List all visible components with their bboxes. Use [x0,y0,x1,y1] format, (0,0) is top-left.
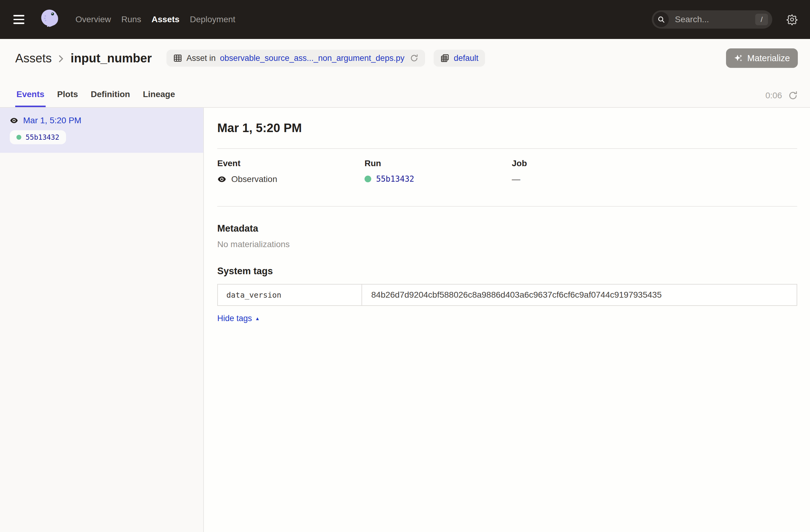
hide-tags-label: Hide tags [217,314,252,323]
event-list-item[interactable]: Mar 1, 5:20 PM 55b13432 [0,108,203,153]
page-header: Assets input_number Asset in observable_… [0,39,810,77]
repo-default-link[interactable]: default [454,53,478,63]
tabs-bar: Events Plots Definition Lineage 0:06 [0,77,810,108]
event-timestamp-link[interactable]: Mar 1, 5:20 PM [23,116,81,125]
hide-tags-link[interactable]: Hide tags ▲ [217,314,260,323]
event-type-value: Observation [231,174,277,184]
run-column: Run 55b13432 [364,159,512,184]
tabs: Events Plots Definition Lineage [15,90,176,107]
repo-grid-icon [440,53,450,63]
job-value: — [512,174,520,184]
gear-icon[interactable] [786,14,798,25]
reload-definitions-icon[interactable] [410,54,418,62]
job-column: Job — [512,159,797,184]
sparkle-icon [734,53,743,63]
system-tags-table: data_version 84b26d7d9204cbf588026c8a988… [217,284,797,306]
nav-item-assets[interactable]: Assets [151,15,179,25]
run-id-text: 55b13432 [26,133,59,141]
asset-location-badge: Asset in observable_source_ass..._non_ar… [166,50,425,67]
event-column: Event Observation [217,159,364,184]
events-sidebar: Mar 1, 5:20 PM 55b13432 [0,108,204,532]
nav-item-runs[interactable]: Runs [122,15,141,25]
tab-plots[interactable]: Plots [56,90,79,107]
tab-lineage[interactable]: Lineage [142,90,176,107]
system-tags-heading: System tags [217,266,797,277]
dagster-logo[interactable] [38,7,63,32]
tag-value-cell: 84b26d7d9204cbf588026c8a9886d403a6c9637c… [362,285,797,305]
page-title: input_number [70,51,152,65]
breadcrumb-assets-link[interactable]: Assets [15,51,52,65]
asset-badge-prefix: Asset in [187,53,216,63]
metadata-empty-text: No materializations [217,240,797,249]
caret-up-icon: ▲ [255,316,260,321]
top-nav: Overview Runs Assets Deployment Search..… [0,0,810,39]
nav-item-deployment[interactable]: Deployment [190,15,235,25]
hamburger-menu-icon[interactable] [13,13,28,26]
breadcrumb: Assets input_number Asset in observable_… [15,50,485,67]
tag-key-cell: data_version [218,285,362,305]
run-id-link[interactable]: 55b13432 [376,174,414,183]
asset-file-link[interactable]: observable_source_ass..._non_argument_de… [220,53,404,63]
run-status-dot [364,176,371,182]
divider [217,206,797,207]
repo-badge: default [434,50,485,67]
tab-events[interactable]: Events [15,90,46,107]
search-input[interactable]: Search... / [652,10,772,29]
header-badges: Asset in observable_source_ass..._non_ar… [166,50,485,67]
chevron-right-icon [59,55,64,63]
page-body: Mar 1, 5:20 PM 55b13432 Mar 1, 5:20 PM E… [0,108,810,532]
table-grid-icon [173,53,182,63]
tab-definition[interactable]: Definition [90,90,131,107]
divider [217,148,797,149]
observation-eye-icon [10,116,18,125]
nav-item-overview[interactable]: Overview [76,15,111,25]
nav-right: Search... / [652,10,798,29]
refresh-countdown: 0:06 [765,91,782,100]
dagster-app: Overview Runs Assets Deployment Search..… [0,0,810,532]
event-column-label: Event [217,159,364,168]
search-icon [653,12,669,27]
refresh-icon[interactable] [788,91,798,100]
job-column-label: Job [512,159,797,168]
observation-eye-icon [217,175,226,184]
run-column-label: Run [364,159,512,168]
search-shortcut-key: / [755,14,768,25]
search-placeholder: Search... [675,15,755,25]
run-id-badge[interactable]: 55b13432 [10,130,66,144]
refresh-region: 0:06 [765,91,798,107]
event-detail-panel: Mar 1, 5:20 PM Event Observation [204,108,810,532]
event-summary-columns: Event Observation Run [217,159,797,184]
octopus-logo-icon [38,7,63,32]
materialize-label: Materialize [747,53,790,63]
primary-nav: Overview Runs Assets Deployment [76,15,235,25]
run-status-dot [16,135,21,140]
event-detail-title: Mar 1, 5:20 PM [217,121,797,135]
metadata-heading: Metadata [217,223,797,234]
materialize-button[interactable]: Materialize [726,48,798,68]
